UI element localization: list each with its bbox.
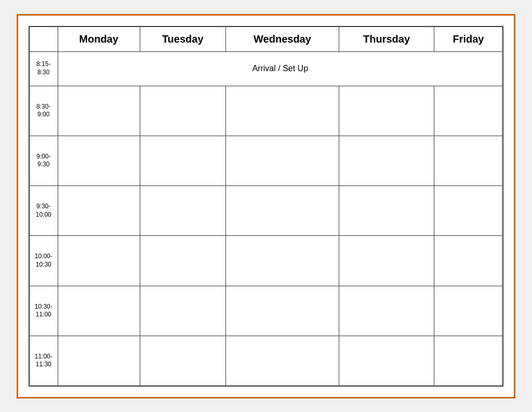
table-row: 10:30- 11:00: [29, 286, 503, 336]
tuesday-930: [140, 186, 225, 236]
thursday-900: [339, 136, 434, 185]
friday-1030: [434, 286, 503, 336]
thursday-1030: [339, 286, 434, 336]
tuesday-900: [140, 136, 225, 185]
friday-1100: [434, 336, 503, 386]
wednesday-1030: [225, 286, 339, 336]
table-row: 10:00- 10:30: [29, 236, 503, 286]
time-slot-1030: 10:30- 11:00: [29, 286, 58, 336]
wednesday-830: [225, 86, 339, 136]
monday-830: [58, 86, 140, 136]
time-slot-1000: 10:00- 10:30: [29, 236, 58, 286]
wednesday-1000: [225, 236, 339, 286]
tuesday-1030: [140, 286, 225, 336]
friday-830: [434, 86, 503, 136]
table-row: 11:00- 11:30: [29, 336, 503, 386]
wednesday-900: [225, 136, 339, 185]
tuesday-1100: [140, 336, 225, 386]
friday-1000: [434, 236, 503, 286]
monday-1100: [58, 336, 140, 386]
monday-header: Monday: [58, 26, 140, 52]
schedule-table: Monday Tuesday Wednesday Thursday Friday…: [29, 26, 503, 387]
friday-930: [434, 186, 503, 236]
tuesday-header: Tuesday: [140, 26, 225, 52]
wednesday-930: [225, 186, 339, 236]
monday-1000: [58, 236, 140, 286]
header-row: Monday Tuesday Wednesday Thursday Friday: [29, 26, 503, 52]
wednesday-header: Wednesday: [225, 26, 339, 52]
monday-930: [58, 186, 140, 236]
tuesday-1000: [140, 236, 225, 286]
thursday-header: Thursday: [339, 26, 434, 52]
tuesday-830: [140, 86, 225, 136]
page-container: Monday Tuesday Wednesday Thursday Friday…: [17, 14, 515, 398]
time-slot-1100: 11:00- 11:30: [29, 336, 58, 386]
thursday-1100: [339, 336, 434, 386]
arrival-cell: Arrival / Set Up: [58, 51, 503, 86]
friday-900: [434, 136, 503, 185]
table-row: 8:30- 9:00: [29, 86, 503, 136]
monday-900: [58, 136, 140, 185]
time-slot-900: 9:00- 9:30: [29, 136, 58, 185]
thursday-830: [339, 86, 434, 136]
friday-header: Friday: [434, 26, 503, 52]
table-row: 9:30- 10:00: [29, 186, 503, 236]
arrival-row: 8:15- 8:30 Arrival / Set Up: [29, 51, 503, 86]
wednesday-1100: [225, 336, 339, 386]
time-header: [29, 26, 58, 52]
thursday-1000: [339, 236, 434, 286]
table-row: 9:00- 9:30: [29, 136, 503, 185]
thursday-930: [339, 186, 434, 236]
time-slot-arrival: 8:15- 8:30: [29, 51, 58, 86]
monday-1030: [58, 286, 140, 336]
time-slot-930: 9:30- 10:00: [29, 186, 58, 236]
time-slot-830: 8:30- 9:00: [29, 86, 58, 136]
